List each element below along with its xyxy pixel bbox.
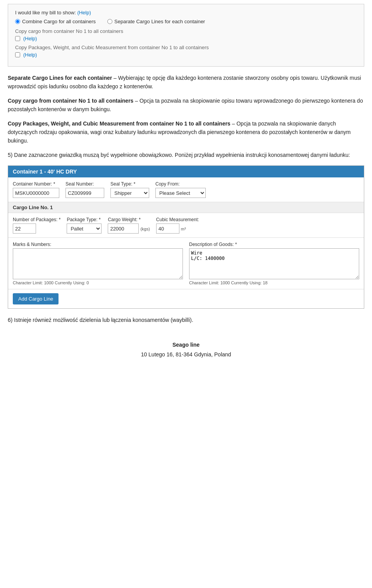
btn-row: Add Cargo Line [8, 289, 364, 308]
cargo-line-header: Cargo Line No. 1 [8, 202, 364, 213]
marks-desc-section: Marks & Numbers: Character Limit: 1000 C… [8, 238, 364, 289]
info-box: I would like my bill to show: (Help) Com… [8, 4, 364, 67]
copy-from-group: Copy From: Please Select [155, 181, 206, 198]
num-packages-label: Number of Packages: * [13, 217, 60, 222]
cargo-line-fields: Number of Packages: * Package Type: * Pa… [8, 213, 364, 238]
cubic-meas-group: Cubic Measurement: m³ [156, 217, 199, 234]
seal-number-input[interactable] [65, 188, 104, 198]
separate-option-text: Separate Cargo Lines for each container [114, 19, 205, 24]
container-header-label: Container 1 - 40' HC DRY [13, 168, 77, 175]
copy-cargo-row: Copy cargo from container No 1 to all co… [15, 28, 357, 34]
bottom-text: 6) Istnieje również możliwość dzielenia … [8, 316, 364, 324]
separate-option-label[interactable]: Separate Cargo Lines for each container [107, 19, 205, 24]
marks-textarea[interactable] [13, 248, 183, 279]
combine-option-label[interactable]: Combine Cargo for all containers [15, 19, 96, 24]
paragraph-1: Separate Cargo Lines for each container … [8, 74, 364, 91]
info-box-title-text: I would like my bill to show: [15, 10, 76, 15]
footer-address: 10 Lutego 16, 81-364 Gdynia, Poland [8, 350, 364, 359]
m3-label: m³ [181, 227, 186, 234]
cargo-fields-row: Number of Packages: * Package Type: * Pa… [13, 217, 359, 234]
seal-type-group: Seal Type: * Shipper [110, 181, 149, 198]
para1-bold: Separate Cargo Lines for each container [8, 75, 112, 81]
copy-from-select[interactable]: Please Select [155, 188, 206, 198]
marks-col: Marks & Numbers: Character Limit: 1000 C… [13, 242, 183, 285]
cubic-meas-input[interactable] [156, 224, 179, 234]
cargo-weight-label-text: Cargo Weight: * [108, 217, 141, 222]
marks-label: Marks & Numbers: [13, 242, 183, 247]
info-box-title: I would like my bill to show: (Help) [15, 10, 357, 15]
footer-company: Seago line [8, 340, 364, 350]
para2-bold: Copy cargo from container No 1 to all co… [8, 98, 133, 104]
desc-label: Description of Goods: * [189, 242, 359, 247]
desc-char-limit: Character Limit: 1000 Currently Using: 1… [189, 280, 359, 285]
copy-cargo-help-link[interactable]: (Help) [23, 36, 37, 41]
container-number-input[interactable] [13, 188, 59, 198]
paragraph-2: Copy cargo from container No 1 to all co… [8, 96, 364, 114]
bottom-text-content: 6) Istnieje również możliwość dzielenia … [8, 317, 193, 323]
seal-number-group: Seal Number: [65, 181, 104, 198]
combine-radio[interactable] [15, 19, 20, 24]
cargo-option-row: Combine Cargo for all containers Separat… [15, 19, 357, 24]
copy-packages-checkbox[interactable] [15, 52, 20, 57]
cargo-weight-input[interactable] [108, 224, 139, 234]
section-intro: 5) Dane zaznaczone gwiazdką muszą być wy… [8, 151, 364, 159]
num-packages-group: Number of Packages: * [13, 217, 60, 234]
copy-from-label: Copy From: [155, 181, 206, 187]
separate-radio[interactable] [107, 19, 112, 24]
top-fields-row: Container Number: * Seal Number: Seal Ty… [13, 181, 359, 198]
container-number-group: Container Number: * [13, 181, 59, 198]
copy-packages-label: Copy Packages, Weight, and Cubic Measure… [15, 45, 209, 50]
copy-cargo-checkbox-row: (Help) [15, 36, 357, 41]
textarea-row: Marks & Numbers: Character Limit: 1000 C… [13, 242, 359, 285]
package-type-group: Package Type: * Pallet [67, 217, 102, 234]
container-top-fields: Container Number: * Seal Number: Seal Ty… [8, 177, 364, 202]
container-number-label: Container Number: * [13, 181, 59, 187]
copy-cargo-label: Copy cargo from container No 1 to all co… [15, 28, 123, 34]
copy-packages-row: Copy Packages, Weight, and Cubic Measure… [15, 45, 357, 50]
container-form-box: Container 1 - 40' HC DRY Container Numbe… [8, 165, 364, 309]
footer: Seago line 10 Lutego 16, 81-364 Gdynia, … [8, 340, 364, 359]
info-box-help-link[interactable]: (Help) [77, 10, 91, 15]
para3-bold: Copy Packages, Weight, and Cubic Measure… [8, 120, 231, 127]
copy-packages-help-link[interactable]: (Help) [23, 52, 37, 58]
package-type-select[interactable]: Pallet [67, 224, 102, 234]
seal-type-label: Seal Type: * [110, 181, 149, 187]
cargo-weight-label: Cargo Weight: * [108, 217, 150, 222]
paragraph-3: Copy Packages, Weight, and Cubic Measure… [8, 119, 364, 145]
combine-option-text: Combine Cargo for all containers [22, 19, 96, 24]
num-packages-input[interactable] [13, 224, 36, 234]
cubic-meas-label: Cubic Measurement: [156, 217, 199, 222]
cargo-weight-group: Cargo Weight: * (kgs) [108, 217, 150, 234]
section-intro-text: 5) Dane zaznaczone gwiazdką muszą być wy… [8, 152, 350, 158]
add-cargo-btn[interactable]: Add Cargo Line [13, 293, 59, 304]
copy-packages-checkbox-row: (Help) [15, 52, 357, 58]
marks-char-limit: Character Limit: 1000 Currently Using: 0 [13, 280, 183, 285]
seal-type-select[interactable]: Shipper [110, 188, 149, 198]
seal-number-label: Seal Number: [65, 181, 104, 187]
cargo-line-header-text: Cargo Line No. 1 [13, 205, 53, 210]
desc-col: Description of Goods: * Wire L/C: 140000… [189, 242, 359, 285]
kgs-label: (kgs) [140, 227, 150, 234]
desc-textarea[interactable]: Wire L/C: 1400000 [189, 248, 359, 279]
package-type-label: Package Type: * [67, 217, 102, 222]
container-header: Container 1 - 40' HC DRY [8, 166, 364, 177]
copy-cargo-checkbox[interactable] [15, 36, 20, 41]
